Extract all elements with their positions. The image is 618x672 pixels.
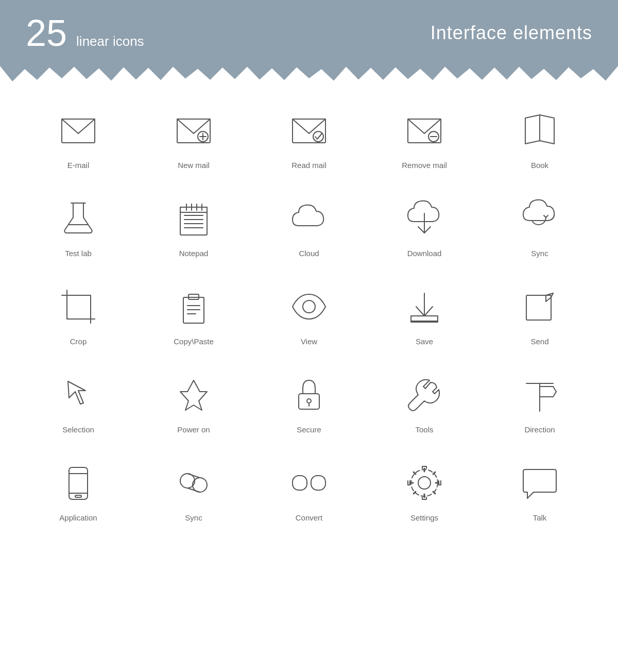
send-icon [517, 283, 563, 330]
view-label: View [301, 337, 317, 346]
copy-paste-icon [170, 283, 217, 330]
svg-rect-37 [526, 295, 551, 320]
download-icon [401, 195, 448, 242]
icons-grid: E-mail New mail Read mail [0, 81, 618, 553]
remove-mail-label: Remove mail [402, 161, 447, 170]
torn-edge-decoration [0, 66, 618, 81]
copy-paste-label: Copy\Paste [174, 337, 214, 346]
svg-rect-24 [67, 295, 91, 319]
icon-item-selection: Selection [21, 356, 136, 444]
svg-rect-47 [69, 467, 88, 499]
notepad-icon [170, 195, 217, 242]
icon-item-sync2: Sync [136, 444, 251, 532]
application-label: Application [59, 513, 97, 522]
icon-item-notepad: Notepad [136, 180, 251, 268]
read-mail-label: Read mail [291, 161, 327, 170]
icon-item-book: Book [482, 92, 597, 180]
convert-label: Convert [296, 513, 323, 522]
cloud-icon [286, 195, 332, 242]
selection-icon [55, 372, 101, 418]
svg-point-43 [307, 399, 311, 403]
svg-rect-13 [180, 207, 207, 235]
svg-rect-42 [299, 394, 319, 409]
svg-marker-40 [68, 381, 85, 404]
page-header: 25 linear icons Interface elements [0, 0, 618, 66]
sync-label: Sync [531, 249, 548, 258]
tools-icon [401, 372, 448, 418]
talk-label: Talk [533, 513, 547, 522]
selection-label: Selection [62, 425, 94, 434]
svg-rect-0 [62, 119, 95, 143]
sync-icon [517, 195, 563, 242]
settings-label: Settings [410, 513, 438, 522]
icon-item-direction: Direction [482, 356, 597, 444]
power-on-label: Power on [177, 425, 210, 434]
header-title: Interface elements [431, 22, 592, 44]
book-icon [517, 107, 563, 154]
test-lab-label: Test lab [65, 249, 92, 258]
icon-item-cloud: Cloud [251, 180, 367, 268]
tools-label: Tools [415, 425, 433, 434]
icon-item-sync: Sync [482, 180, 597, 268]
save-label: Save [416, 337, 433, 346]
svg-point-34 [303, 300, 315, 313]
remove-mail-icon [401, 107, 448, 154]
view-icon [286, 283, 332, 330]
svg-rect-50 [75, 495, 81, 497]
icon-item-secure: Secure [251, 356, 367, 444]
new-mail-icon [170, 107, 217, 154]
icon-item-remove-mail: Remove mail [367, 92, 482, 180]
notepad-label: Notepad [179, 249, 209, 258]
icon-item-test-lab: Test lab [21, 180, 136, 268]
icon-item-new-mail: New mail [136, 92, 251, 180]
icon-item-tools: Tools [367, 356, 482, 444]
icon-item-copy-paste: Copy\Paste [136, 268, 251, 356]
settings-icon [401, 460, 448, 506]
icon-item-download: Download [367, 180, 482, 268]
svg-rect-22 [180, 207, 207, 212]
direction-icon [517, 372, 563, 418]
svg-rect-55 [293, 476, 307, 490]
email-label: E-mail [67, 161, 90, 170]
book-label: Book [531, 161, 548, 170]
save-icon [401, 283, 448, 330]
sync2-icon [170, 460, 217, 506]
icon-item-settings: Settings [367, 444, 482, 532]
convert-icon [286, 460, 332, 506]
svg-rect-56 [311, 476, 325, 490]
icon-item-crop: Crop [21, 268, 136, 356]
email-icon [55, 107, 101, 154]
new-mail-label: New mail [178, 161, 210, 170]
icon-item-talk: Talk [482, 444, 597, 532]
icon-item-convert: Convert [251, 444, 367, 532]
svg-rect-36 [411, 316, 438, 321]
test-lab-icon [55, 195, 101, 242]
icon-item-application: Application [21, 444, 136, 532]
icon-item-send: Send [482, 268, 597, 356]
svg-point-57 [418, 477, 431, 489]
download-label: Download [407, 249, 442, 258]
sync2-label: Sync [185, 513, 202, 522]
svg-marker-41 [180, 380, 207, 410]
header-subtitle: linear icons [76, 33, 144, 49]
cloud-label: Cloud [299, 249, 319, 258]
crop-icon [55, 283, 101, 330]
secure-icon [286, 372, 332, 418]
talk-icon [517, 460, 563, 506]
icon-item-email: E-mail [21, 92, 136, 180]
icon-count: 25 [26, 14, 67, 52]
application-icon [55, 460, 101, 506]
send-label: Send [530, 337, 548, 346]
read-mail-icon [286, 107, 332, 154]
secure-label: Secure [297, 425, 321, 434]
direction-label: Direction [524, 425, 555, 434]
power-on-icon [170, 372, 217, 418]
crop-label: Crop [70, 337, 87, 346]
icon-item-view: View [251, 268, 367, 356]
icon-item-power-on: Power on [136, 356, 251, 444]
icon-item-read-mail: Read mail [251, 92, 367, 180]
icon-item-save: Save [367, 268, 482, 356]
